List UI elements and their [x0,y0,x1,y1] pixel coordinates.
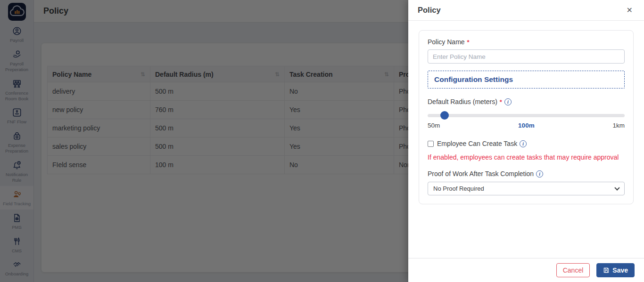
slider-thumb[interactable] [440,111,449,120]
cancel-button[interactable]: Cancel [556,263,590,277]
configuration-settings-heading: Configuration Settings [434,75,513,83]
employee-can-create-task-checkbox[interactable] [428,141,434,147]
slider-min-label: 50m [428,122,440,129]
save-floppy-icon [603,267,610,274]
policy-name-label: Policy Name * [428,38,625,46]
drawer-title: Policy [418,6,441,15]
configuration-settings-section[interactable]: Configuration Settings [428,71,625,89]
close-icon[interactable]: ✕ [625,6,635,15]
drawer-header: Policy ✕ [408,0,644,21]
proof-of-work-label: Proof of Work After Task Completion i [428,170,625,177]
slider-track[interactable] [428,114,625,117]
drawer-body: Policy Name * Configuration Settings Def… [408,21,644,214]
default-radius-label: Default Radius (meters) * i [428,98,625,105]
info-icon[interactable]: i [520,140,527,147]
policy-drawer: Policy ✕ Policy Name * Configuration Set… [408,0,644,282]
employee-can-create-task-label: Employee Can Create Task i [437,140,527,147]
default-radius-slider[interactable] [428,111,625,120]
chevron-down-icon [614,185,619,190]
slider-max-label: 1km [612,122,625,129]
employee-can-create-task-row: Employee Can Create Task i [428,140,625,147]
slider-current-value: 100m [518,122,535,129]
required-asterisk: * [500,98,502,105]
slider-labels: 50m 100m 1km [428,122,625,129]
approval-warning-text: If enabled, employees can create tasks t… [428,153,625,161]
policy-name-input[interactable] [428,49,625,64]
save-button[interactable]: Save [596,263,635,277]
info-icon[interactable]: i [536,170,543,177]
app-root: Payroll Payroll Preperation [0,0,644,282]
proof-of-work-select[interactable]: No Proof Required [428,182,625,195]
drawer-footer: Cancel Save [408,258,644,282]
modal-overlay[interactable] [0,0,408,282]
required-asterisk: * [467,39,470,46]
proof-of-work-selected-value: No Proof Required [433,185,484,192]
info-icon[interactable]: i [504,98,512,105]
policy-form-card: Policy Name * Configuration Settings Def… [419,30,634,204]
